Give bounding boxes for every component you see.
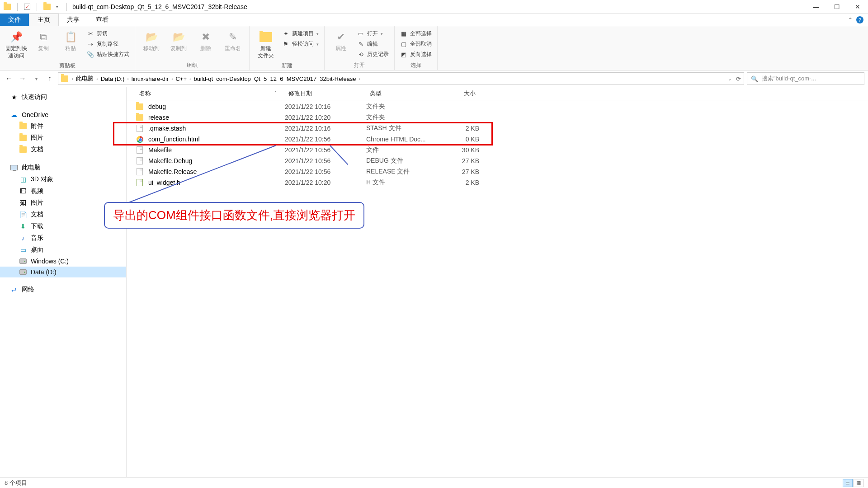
pin-icon: 📌 bbox=[9, 30, 24, 44]
selectnone-button[interactable]: ▢全部取消 bbox=[398, 39, 434, 49]
address-bar[interactable]: › 此电脑 › Data (D:) › linux-share-dir › C+… bbox=[58, 72, 744, 85]
search-input[interactable]: 🔍 搜索"build-qt_com-... bbox=[747, 72, 864, 85]
back-button[interactable]: ← bbox=[4, 73, 14, 84]
navigation-pane: ★快速访问 ☁OneDrive 附件 图片 文档 此电脑 ◫3D 对象 🎞视频 … bbox=[0, 87, 127, 477]
rename-button[interactable]: ✎重命名 bbox=[220, 28, 245, 54]
folder-icon bbox=[19, 134, 27, 141]
breadcrumb[interactable]: Data (D:) bbox=[100, 75, 126, 82]
newitem-button[interactable]: ✦新建项目 ▾ bbox=[280, 29, 321, 38]
refresh-icon[interactable]: ⟳ bbox=[736, 75, 741, 82]
tab-view[interactable]: 查看 bbox=[88, 14, 117, 26]
edit-button[interactable]: ✎编辑 bbox=[355, 39, 391, 49]
chevron-right-icon[interactable]: › bbox=[170, 76, 174, 81]
sidebar-item[interactable]: 文档 bbox=[0, 144, 126, 155]
file-row[interactable]: Makefile2021/1/22 10:56文件30 KB bbox=[127, 145, 868, 155]
sidebar-item-thispc[interactable]: 此电脑 bbox=[0, 162, 126, 174]
column-date[interactable]: 修改日期 bbox=[285, 89, 366, 98]
file-row[interactable]: .qmake.stash2021/1/22 10:16STASH 文件2 KB bbox=[127, 123, 868, 134]
address-dropdown-icon[interactable]: ⌄ bbox=[728, 76, 731, 81]
file-date: 2021/1/22 10:56 bbox=[285, 146, 366, 154]
breadcrumb[interactable]: 此电脑 bbox=[75, 75, 94, 83]
selectnone-icon: ▢ bbox=[400, 41, 407, 48]
history-button[interactable]: ⟲历史记录 bbox=[355, 50, 391, 59]
tab-file[interactable]: 文件 bbox=[0, 14, 29, 26]
folder-icon bbox=[19, 146, 27, 153]
close-button[interactable]: ✕ bbox=[847, 0, 868, 14]
file-list: debug2021/1/22 10:16文件夹release2021/1/22 … bbox=[127, 100, 868, 188]
up-button[interactable]: ↑ bbox=[44, 73, 55, 84]
ribbon-collapse-icon[interactable]: ⌃ bbox=[848, 17, 853, 23]
folder-icon bbox=[19, 122, 27, 130]
qat-folder-icon[interactable] bbox=[43, 4, 51, 10]
paste-button[interactable]: 📋粘贴 bbox=[58, 28, 83, 54]
copypath-button[interactable]: ⇢复制路径 bbox=[85, 39, 131, 49]
help-icon[interactable]: ? bbox=[856, 16, 863, 23]
breadcrumb[interactable]: linux-share-dir bbox=[131, 75, 170, 82]
properties-button[interactable]: ✔属性 bbox=[328, 28, 354, 54]
column-name[interactable]: 名称˄ bbox=[136, 89, 285, 98]
pasteshortcut-button[interactable]: 📎粘贴快捷方式 bbox=[85, 50, 131, 59]
column-type[interactable]: 类型 bbox=[366, 89, 439, 98]
qat-dropdown-icon[interactable]: ▾ bbox=[54, 5, 60, 9]
minimize-button[interactable]: — bbox=[806, 0, 826, 14]
sidebar-item[interactable]: 图片 bbox=[0, 132, 126, 144]
sidebar-item-selected[interactable]: Data (D:) bbox=[0, 267, 126, 277]
recent-dropdown[interactable]: ▾ bbox=[31, 73, 42, 84]
file-name: .qmake.stash bbox=[148, 125, 186, 132]
open-button[interactable]: ▭打开 ▾ bbox=[355, 29, 391, 38]
folder-icon bbox=[136, 114, 143, 121]
moveto-button[interactable]: 📂移动到 bbox=[139, 28, 164, 54]
sidebar-item-quickaccess[interactable]: ★快速访问 bbox=[0, 91, 126, 103]
sidebar-item[interactable]: 🎞视频 bbox=[0, 185, 126, 197]
ribbon-group-organize: 📂移动到 📂复制到 ✖删除 ✎重命名 组织 bbox=[135, 26, 250, 70]
selectall-icon: ▦ bbox=[400, 30, 407, 38]
file-date: 2021/1/22 10:56 bbox=[285, 136, 366, 143]
sidebar-item-network[interactable]: ⇄网络 bbox=[0, 284, 126, 296]
file-row[interactable]: Makefile.Debug2021/1/22 10:56DEBUG 文件27 … bbox=[127, 155, 868, 166]
sidebar-item-onedrive[interactable]: ☁OneDrive bbox=[0, 109, 126, 120]
file-icon bbox=[137, 168, 143, 175]
sidebar-item[interactable]: ◫3D 对象 bbox=[0, 174, 126, 185]
file-row[interactable]: com_function.html2021/1/22 10:56Chrome H… bbox=[127, 134, 868, 145]
column-headers: 名称˄ 修改日期 类型 大小 bbox=[127, 87, 868, 100]
chevron-right-icon[interactable]: › bbox=[358, 76, 361, 81]
forward-button[interactable]: → bbox=[17, 73, 28, 84]
addressbar-folder-icon bbox=[61, 75, 68, 82]
file-type: STASH 文件 bbox=[366, 124, 439, 132]
file-row[interactable]: Makefile.Release2021/1/22 10:56RELEASE 文… bbox=[127, 166, 868, 177]
tab-share[interactable]: 共享 bbox=[59, 14, 88, 26]
sort-asc-icon: ˄ bbox=[274, 91, 277, 96]
file-row[interactable]: ui_widget.h2021/1/22 10:20H 文件2 KB bbox=[127, 177, 868, 188]
qat-checkbox-icon[interactable]: ✓ bbox=[24, 4, 30, 10]
view-details-button[interactable]: ☰ bbox=[843, 479, 853, 487]
chevron-right-icon[interactable]: › bbox=[95, 76, 99, 81]
chevron-right-icon[interactable]: › bbox=[71, 76, 74, 81]
column-size[interactable]: 大小 bbox=[439, 89, 479, 98]
chevron-right-icon[interactable]: › bbox=[126, 76, 129, 81]
chevron-right-icon[interactable]: › bbox=[189, 76, 192, 81]
maximize-button[interactable]: ☐ bbox=[826, 0, 847, 14]
sidebar-item[interactable]: ▭桌面 bbox=[0, 244, 126, 256]
copyto-button[interactable]: 📂复制到 bbox=[166, 28, 191, 54]
easyaccess-button[interactable]: ⚑轻松访问 ▾ bbox=[280, 39, 321, 49]
breadcrumb[interactable]: C++ bbox=[175, 75, 188, 82]
sidebar-item[interactable]: 附件 bbox=[0, 120, 126, 132]
sidebar-item[interactable]: ♪音乐 bbox=[0, 232, 126, 244]
newfolder-button[interactable]: 新建 文件夹 bbox=[253, 28, 278, 61]
file-size: 27 KB bbox=[439, 157, 479, 164]
tab-home[interactable]: 主页 bbox=[29, 14, 59, 26]
pin-button[interactable]: 📌固定到快 速访问 bbox=[4, 28, 29, 61]
delete-button[interactable]: ✖删除 bbox=[193, 28, 218, 54]
cut-button[interactable]: ✂剪切 bbox=[85, 29, 131, 38]
file-row[interactable]: release2021/1/22 10:20文件夹 bbox=[127, 112, 868, 123]
invert-button[interactable]: ◩反向选择 bbox=[398, 50, 434, 59]
pictures-icon: 🖼 bbox=[19, 199, 27, 206]
view-icons-button[interactable]: ▦ bbox=[854, 479, 863, 487]
copy-button[interactable]: ⧉复制 bbox=[31, 28, 56, 54]
group-label-new: 新建 bbox=[253, 61, 321, 70]
sidebar-item[interactable]: Windows (C:) bbox=[0, 256, 126, 267]
breadcrumb[interactable]: build-qt_com-Desktop_Qt_5_12_6_MSVC2017_… bbox=[193, 75, 357, 82]
file-row[interactable]: debug2021/1/22 10:16文件夹 bbox=[127, 101, 868, 112]
selectall-button[interactable]: ▦全部选择 bbox=[398, 29, 434, 38]
history-icon: ⟲ bbox=[357, 51, 364, 58]
